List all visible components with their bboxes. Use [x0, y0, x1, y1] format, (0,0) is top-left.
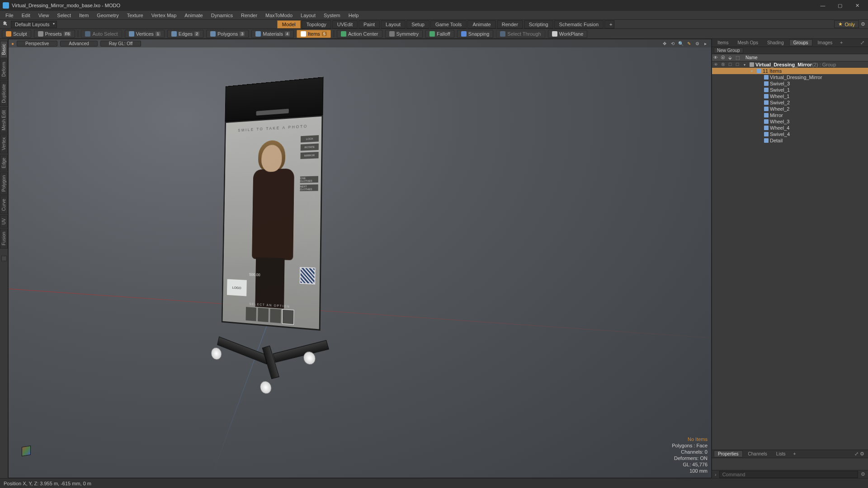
menu-dynamics[interactable]: Dynamics	[208, 12, 236, 19]
maximize-button[interactable]: ▢	[832, 1, 848, 10]
menu-vertexmap[interactable]: Vertex Map	[148, 12, 180, 19]
menu-help[interactable]: Help	[345, 12, 363, 19]
vtab-meshedit[interactable]: Mesh Edit	[0, 107, 8, 133]
solo-icon[interactable]: ⦿	[719, 55, 726, 60]
tree-row[interactable]: Wheel_2	[712, 106, 868, 112]
vtab-duplicate[interactable]: Duplicate	[0, 81, 8, 106]
presets-button[interactable]: PresetsF6	[34, 30, 75, 38]
tab-channels[interactable]: Channels	[745, 451, 771, 457]
menu-geometry[interactable]: Geometry	[93, 12, 122, 19]
gear-icon[interactable]: ⚙	[694, 40, 700, 47]
tab-meshops[interactable]: Mesh Ops	[734, 40, 762, 46]
vtab-edge[interactable]: Edge	[0, 155, 8, 171]
layout-tab-render[interactable]: Render	[497, 20, 523, 28]
layout-tab-scripting[interactable]: Scripting	[524, 20, 553, 28]
menu-maxtomodo[interactable]: MaxToModo	[262, 12, 296, 19]
vtab-curve[interactable]: Curve	[0, 196, 8, 214]
menu-edit[interactable]: Edit	[18, 12, 34, 19]
layout-tab-add[interactable]: +	[604, 20, 614, 28]
action-center-button[interactable]: Action Center	[337, 30, 382, 38]
select-icon[interactable]: ⬚	[734, 55, 741, 60]
tab-images[interactable]: Images	[814, 40, 836, 46]
left-panel-toggle[interactable]	[1, 256, 7, 261]
vtab-basic[interactable]: Basic	[0, 41, 8, 58]
tab-lists[interactable]: Lists	[773, 451, 789, 457]
layout-tab-model[interactable]: Model	[277, 20, 301, 28]
tree-row[interactable]: ▾ 11 Items	[712, 68, 868, 74]
layout-tab-gametools[interactable]: Game Tools	[430, 20, 467, 28]
panel-popout-bottom-icon[interactable]: ⤢ ⚙	[853, 451, 866, 457]
groups-tree[interactable]: 👁⦿☐☐ ▾ Virtual_Dressing_Mirror (2) : Gro…	[712, 61, 868, 450]
tree-row[interactable]: Wheel_4	[712, 125, 868, 131]
view-options-icon[interactable]: ✎	[686, 40, 692, 47]
vtab-deform[interactable]: Deform	[0, 59, 8, 80]
layout-tab-uvedit[interactable]: UVEdit	[332, 20, 358, 28]
vtab-uv[interactable]: UV	[0, 215, 8, 228]
edges-button[interactable]: Edges2	[167, 30, 203, 38]
layout-tab-animate[interactable]: Animate	[467, 20, 495, 28]
eye-icon[interactable]: 👁	[712, 55, 719, 60]
tab-add-bottom[interactable]: +	[791, 451, 798, 457]
workplane-button[interactable]: WorkPlane	[548, 30, 588, 38]
menu-layout[interactable]: Layout	[297, 12, 319, 19]
menu-texture[interactable]: Texture	[123, 12, 147, 19]
menu-system[interactable]: System	[320, 12, 344, 19]
tab-groups[interactable]: Groups	[789, 39, 812, 46]
only-button[interactable]: ★Only	[834, 20, 859, 28]
viewport-raygl-dropdown[interactable]: Ray GL: Off	[100, 41, 142, 47]
menu-view[interactable]: View	[35, 12, 53, 19]
minimize-button[interactable]: —	[815, 1, 831, 10]
vertices-button[interactable]: Vertices1	[125, 30, 165, 38]
tree-row[interactable]: Swivel_2	[712, 99, 868, 106]
tree-row[interactable]: Mirror	[712, 112, 868, 118]
viewport[interactable]: ● Perspective Advanced Ray GL: Off ✥ ⟲ 🔍…	[8, 39, 712, 478]
command-history-icon[interactable]: ›	[715, 472, 717, 477]
tree-row[interactable]: Wheel_3	[712, 118, 868, 125]
close-button[interactable]: ✕	[849, 1, 865, 10]
tree-row[interactable]: 👁⦿☐☐ ▾ Virtual_Dressing_Mirror (2) : Gro…	[712, 61, 868, 68]
snapping-button[interactable]: Snapping	[457, 30, 494, 38]
tab-shading[interactable]: Shading	[764, 40, 788, 46]
orientation-gizmo[interactable]	[21, 446, 35, 460]
maximize-icon[interactable]: ▸	[702, 40, 708, 47]
menu-file[interactable]: File	[2, 12, 17, 19]
layout-dropdown[interactable]: Default Layouts	[11, 21, 57, 28]
menu-select[interactable]: Select	[53, 12, 75, 19]
zoom-icon[interactable]: 🔍	[678, 40, 684, 47]
rotate-icon[interactable]: ⟲	[670, 40, 676, 47]
new-group-button[interactable]: New Group	[714, 47, 743, 53]
tab-properties[interactable]: Properties	[714, 450, 743, 457]
model-virtual-dressing-mirror[interactable]: SMILE TO TAKE A PHOTO LOCKROTATEMIRROR O…	[221, 77, 323, 348]
move-icon[interactable]: ✥	[661, 40, 668, 47]
lock-icon[interactable]: ⬙	[726, 55, 734, 60]
tree-row[interactable]: Swivel_1	[712, 87, 868, 93]
layout-tab-paint[interactable]: Paint	[359, 20, 380, 28]
tree-row[interactable]: Wheel_1	[712, 93, 868, 99]
vtab-fusion[interactable]: Fusion	[0, 229, 8, 249]
menu-render[interactable]: Render	[237, 12, 261, 19]
command-gear-icon[interactable]: ⚙	[861, 471, 865, 477]
tree-row[interactable]: Swivel_3	[712, 80, 868, 87]
sculpt-button[interactable]: Sculpt	[2, 30, 31, 38]
viewport-shading-dropdown[interactable]: Advanced	[60, 41, 97, 47]
tree-row[interactable]: Detail	[712, 137, 868, 144]
tree-row[interactable]: Virtual_Dressing_Mirror	[712, 74, 868, 80]
thumbtack-icon[interactable]	[3, 21, 9, 28]
tree-row[interactable]: Swivel_4	[712, 131, 868, 137]
falloff-button[interactable]: Falloff	[425, 30, 454, 38]
items-button[interactable]: Items5	[297, 30, 331, 38]
menu-animate[interactable]: Animate	[181, 12, 206, 19]
materials-button[interactable]: Materials4	[251, 30, 294, 38]
command-input[interactable]	[719, 471, 858, 478]
panel-popout-icon[interactable]: ⤢	[859, 40, 866, 46]
viewport-camera-dropdown[interactable]: Perspective	[17, 41, 57, 47]
layout-tab-schematicfusion[interactable]: Schematic Fusion	[554, 20, 604, 28]
layout-tab-topology[interactable]: Topology	[302, 20, 331, 28]
polygons-button[interactable]: Polygons3	[206, 30, 249, 38]
layout-tab-layout[interactable]: Layout	[381, 20, 406, 28]
layout-tab-setup[interactable]: Setup	[406, 20, 429, 28]
tab-items[interactable]: Items	[714, 40, 732, 46]
select-through-button[interactable]: Select Through	[496, 30, 545, 38]
vtab-polygon[interactable]: Polygon	[0, 172, 8, 195]
vtab-vertex[interactable]: Vertex	[0, 134, 8, 153]
